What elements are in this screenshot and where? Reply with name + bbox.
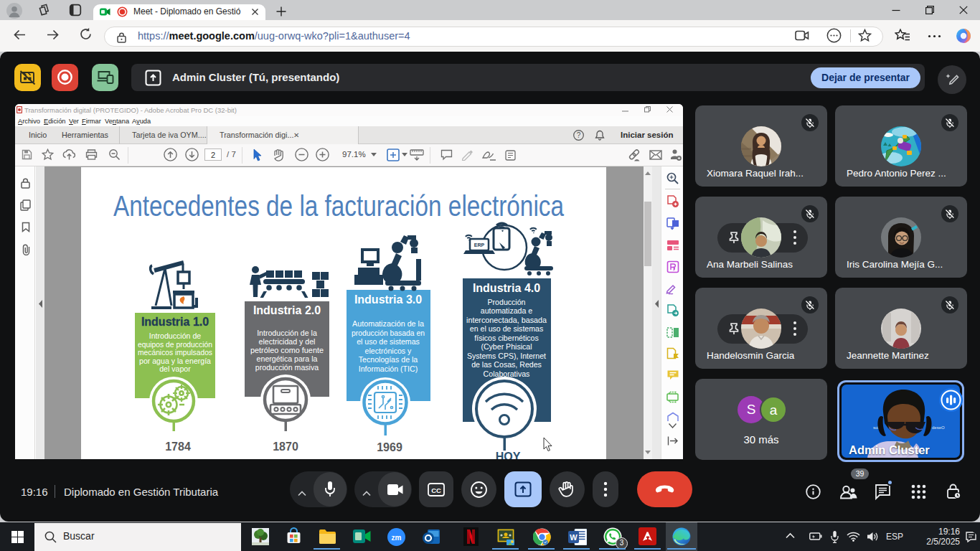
svg-text:Industria 3.0: Industria 3.0 bbox=[354, 293, 422, 306]
svg-text:de las Cosas, Redes: de las Cosas, Redes bbox=[471, 360, 542, 369]
svg-text:interconectada, basada: interconectada, basada bbox=[466, 316, 547, 324]
svg-text:Automatización de la: Automatización de la bbox=[352, 319, 424, 328]
svg-text:ERP: ERP bbox=[474, 242, 485, 248]
svg-text:en el uso de sistemas: en el uso de sistemas bbox=[470, 324, 543, 333]
svg-text:?: ? bbox=[577, 131, 581, 139]
svg-text:Tecnologías de la: Tecnologías de la bbox=[359, 355, 418, 364]
svg-text:petróleo como fuente: petróleo como fuente bbox=[250, 346, 324, 354]
svg-text:(Cyber Phisical: (Cyber Phisical bbox=[481, 342, 532, 351]
svg-text:del vapor: del vapor bbox=[159, 364, 191, 373]
svg-text:automatizada e: automatizada e bbox=[481, 306, 533, 315]
svg-text:1784: 1784 bbox=[165, 441, 191, 453]
svg-text:producción masiva: producción masiva bbox=[255, 363, 319, 372]
svg-text:electrónicos y: electrónicos y bbox=[365, 347, 412, 355]
svg-text:producción basada en: producción basada en bbox=[352, 329, 425, 337]
svg-text:Industria 1.0: Industria 1.0 bbox=[141, 316, 209, 328]
svg-text:1969: 1969 bbox=[377, 441, 402, 453]
svg-text:1870: 1870 bbox=[273, 441, 298, 453]
svg-text:Producción: Producción bbox=[488, 298, 526, 306]
svg-text:Introducción de: Introducción de bbox=[149, 331, 202, 340]
svg-text:el uso de sistemas: el uso de sistemas bbox=[357, 337, 420, 346]
svg-text:Colaborativas: Colaborativas bbox=[484, 369, 530, 378]
svg-text:W: W bbox=[570, 533, 578, 542]
svg-text:Introducción de la: Introducción de la bbox=[257, 329, 317, 337]
svg-text:mecánicos impulsados: mecánicos impulsados bbox=[138, 348, 212, 357]
svg-text:CC: CC bbox=[431, 486, 441, 494]
svg-text:zm: zm bbox=[392, 534, 402, 542]
svg-text:HOY: HOY bbox=[496, 451, 521, 459]
svg-text:Información (TIC): Información (TIC) bbox=[359, 364, 418, 373]
svg-text:Industria 4.0: Industria 4.0 bbox=[473, 282, 540, 294]
svg-text:deseO: deseO bbox=[932, 425, 945, 430]
svg-text:Systems CPS), Internet: Systems CPS), Internet bbox=[467, 352, 546, 360]
svg-text:físicos cibernéticos: físicos cibernéticos bbox=[474, 334, 539, 342]
svg-text:por agua y la energía: por agua y la energía bbox=[139, 357, 211, 365]
svg-text:Industria 2.0: Industria 2.0 bbox=[253, 304, 321, 316]
svg-text:Antecedentes de la facturación: Antecedentes de la facturación electróni… bbox=[113, 189, 564, 222]
svg-text:electricidad y del: electricidad y del bbox=[259, 337, 316, 346]
svg-text:equipos de producción: equipos de producción bbox=[138, 340, 212, 349]
svg-text:energética para la: energética para la bbox=[257, 354, 318, 363]
